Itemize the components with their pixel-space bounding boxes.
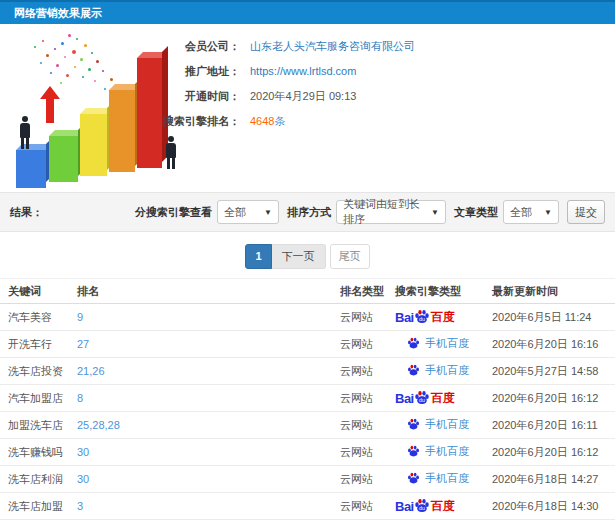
baidu-logo-cn: 百度 — [431, 309, 455, 326]
rank-link[interactable]: 3 — [77, 500, 83, 512]
engine-cell: 手机百度 — [395, 358, 492, 385]
next-page-button[interactable]: 下一页 — [272, 244, 326, 269]
filter-bar: 结果： 分搜索引擎查看 全部 ▼ 排序方式 关键词由短到长排序 ▼ 文章类型 全… — [0, 192, 615, 232]
sort-select-value: 关键词由短到长排序 — [343, 197, 423, 227]
app-header: 网络营销效果展示 — [0, 0, 615, 24]
submit-button[interactable]: 提交 — [567, 200, 605, 224]
mobile-baidu-label: 手机百度 — [407, 417, 469, 432]
article-type-select[interactable]: 全部 ▼ — [503, 200, 559, 224]
info-value-suffix: 条 — [274, 115, 285, 127]
keyword-cell: 汽车加盟店 — [0, 385, 77, 412]
mobile-baidu-label: 手机百度 — [407, 363, 469, 378]
chevron-down-icon: ▼ — [423, 208, 439, 217]
baidu-logo-cn: 百度 — [431, 498, 455, 515]
info-label: 开通时间： — [0, 84, 240, 109]
baidu-paw-icon: du — [414, 309, 430, 325]
info-value[interactable]: https://www.lrtlsd.com — [250, 65, 356, 77]
mobile-baidu-text: 手机百度 — [425, 363, 469, 378]
baidu-logo-text: Bai — [395, 499, 414, 514]
sort-select[interactable]: 关键词由短到长排序 ▼ — [336, 200, 446, 224]
table-row: 洗车店投资 21,26 云网站 手机百度 2020年5月27日 14:58 — [0, 358, 615, 385]
updated-column-header: 最新更新时间 — [492, 279, 615, 304]
info-row: 开通时间：2020年4月29日 09:13 — [0, 84, 615, 109]
table-row: 加盟洗车店 25,28,28 云网站 手机百度 2020年6月20日 16:11 — [0, 412, 615, 439]
rank-cell: 27 — [77, 331, 340, 358]
table-row: 洗车店加盟 3 云网站 Baidu百度 2020年6月18日 14:30 — [0, 493, 615, 520]
keyword-cell: 洗车店利润 — [0, 466, 77, 493]
last-page-button[interactable]: 尾页 — [330, 244, 370, 269]
updated-cell: 2020年6月20日 16:11 — [492, 412, 615, 439]
rank-type-cell: 云网站 — [340, 466, 395, 493]
baidu-paw-icon — [407, 445, 420, 458]
svg-text:du: du — [419, 316, 425, 322]
engine-cell: 手机百度 — [395, 412, 492, 439]
page-1-button[interactable]: 1 — [245, 244, 271, 269]
engine-cell: 手机百度 — [395, 331, 492, 358]
mobile-baidu-label: 手机百度 — [407, 471, 469, 486]
rank-cell: 30 — [77, 439, 340, 466]
rank-cell: 30 — [77, 466, 340, 493]
info-row: 搜索引擎排名：4648条 — [0, 109, 615, 134]
mobile-baidu-text: 手机百度 — [425, 417, 469, 432]
table-row: 洗车店利润 30 云网站 手机百度 2020年6月18日 14:27 — [0, 466, 615, 493]
baidu-logo-text: Bai — [395, 391, 414, 406]
company-info-list: 会员公司：山东老人头汽车服务咨询有限公司推广地址：https://www.lrt… — [0, 34, 615, 134]
baidu-paw-icon — [407, 337, 420, 350]
updated-cell: 2020年6月20日 16:16 — [492, 331, 615, 358]
keyword-cell: 开洗车行 — [0, 331, 77, 358]
info-section: 会员公司：山东老人头汽车服务咨询有限公司推广地址：https://www.lrt… — [0, 26, 615, 192]
mobile-baidu-label: 手机百度 — [407, 336, 469, 351]
chevron-down-icon: ▼ — [536, 208, 552, 217]
baidu-logo: Baidu百度 — [395, 498, 455, 515]
baidu-logo: Baidu百度 — [395, 309, 455, 326]
table-row: 开洗车行 27 云网站 手机百度 2020年6月20日 16:16 — [0, 331, 615, 358]
engine-select[interactable]: 全部 ▼ — [217, 200, 279, 224]
updated-cell: 2020年5月27日 14:58 — [492, 358, 615, 385]
baidu-logo-cn: 百度 — [431, 390, 455, 407]
info-label: 搜索引擎排名： — [0, 109, 240, 134]
updated-cell: 2020年6月18日 14:27 — [492, 466, 615, 493]
baidu-paw-icon: du — [414, 390, 430, 406]
baidu-paw-icon — [407, 418, 420, 431]
rank-type-cell: 云网站 — [340, 358, 395, 385]
rank-link[interactable]: 8 — [77, 392, 83, 404]
businessman-figure-right — [166, 136, 176, 169]
rank-cell: 3 — [77, 493, 340, 520]
rank-link[interactable]: 30 — [77, 473, 89, 485]
table-row: 洗车赚钱吗 30 云网站 手机百度 2020年6月20日 16:12 — [0, 439, 615, 466]
rank-cell: 25,28,28 — [77, 412, 340, 439]
rank-link[interactable]: 21,26 — [77, 365, 105, 377]
engine-cell: Baidu百度 — [395, 493, 492, 520]
updated-cell: 2020年6月5日 11:24 — [492, 304, 615, 331]
baidu-logo: Baidu百度 — [395, 390, 455, 407]
info-value[interactable]: 山东老人头汽车服务咨询有限公司 — [250, 40, 415, 52]
engine-cell: 手机百度 — [395, 439, 492, 466]
mobile-baidu-text: 手机百度 — [425, 471, 469, 486]
info-row: 会员公司：山东老人头汽车服务咨询有限公司 — [0, 34, 615, 59]
chevron-down-icon: ▼ — [256, 208, 272, 217]
info-value: 4648 — [250, 115, 274, 127]
result-label: 结果： — [10, 205, 43, 220]
rank-column-header: 排名 — [77, 279, 340, 304]
updated-cell: 2020年6月20日 16:12 — [492, 439, 615, 466]
engine-filter-label: 分搜索引擎查看 — [135, 205, 212, 220]
info-label: 推广地址： — [0, 59, 240, 84]
rank-link[interactable]: 30 — [77, 446, 89, 458]
keyword-ranking-table: 关键词 排名 排名类型 搜索引擎类型 最新更新时间 汽车美容 9 云网站 Bai… — [0, 278, 615, 520]
info-value: 2020年4月29日 09:13 — [250, 90, 356, 102]
marketing-report-page: 网络营销效果展示 会员公司：山东老人头汽车服务咨询有限公司推广地址：https:… — [0, 0, 615, 520]
rank-link[interactable]: 27 — [77, 338, 89, 350]
engine-cell: Baidu百度 — [395, 385, 492, 412]
rank-cell: 8 — [77, 385, 340, 412]
rank-link[interactable]: 9 — [77, 311, 83, 323]
engine-column-header: 搜索引擎类型 — [395, 279, 492, 304]
baidu-paw-icon: du — [414, 498, 430, 514]
rank-type-cell: 云网站 — [340, 385, 395, 412]
article-select-value: 全部 — [510, 205, 532, 220]
filter-controls: 分搜索引擎查看 全部 ▼ 排序方式 关键词由短到长排序 ▼ 文章类型 全部 ▼ … — [127, 200, 605, 224]
baidu-paw-icon — [407, 364, 420, 377]
keyword-cell: 洗车赚钱吗 — [0, 439, 77, 466]
baidu-paw-icon — [407, 472, 420, 485]
keyword-cell: 汽车美容 — [0, 304, 77, 331]
rank-link[interactable]: 25,28,28 — [77, 419, 120, 431]
